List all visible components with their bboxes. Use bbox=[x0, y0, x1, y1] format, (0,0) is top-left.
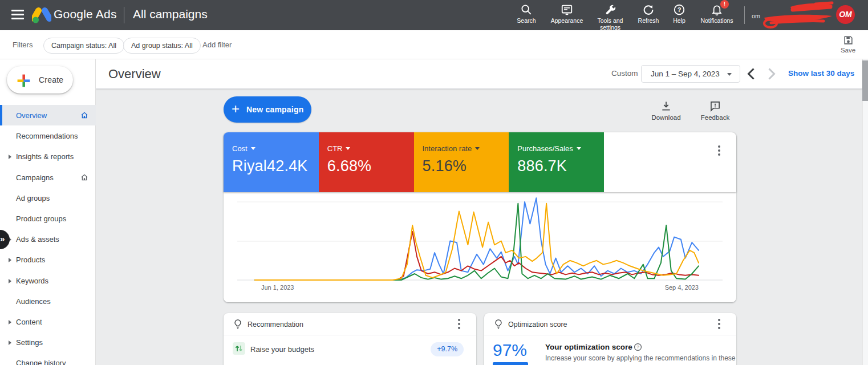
download-button[interactable]: Download bbox=[643, 100, 689, 121]
card-menu-button[interactable] bbox=[718, 319, 720, 331]
scrollbar-thumb[interactable] bbox=[862, 60, 868, 101]
notifications-button[interactable]: Notifications bbox=[693, 3, 741, 25]
optimization-heading: Your optimization score bbox=[545, 343, 632, 351]
recommendation-delta-badge: +9.7% bbox=[431, 342, 464, 356]
show-last-30-days-link[interactable]: Show last 30 days bbox=[788, 69, 854, 78]
search-icon bbox=[520, 3, 533, 16]
refresh-icon bbox=[642, 3, 655, 16]
save-button[interactable]: Save bbox=[834, 35, 862, 54]
card-title: Optimization score bbox=[508, 321, 567, 328]
feedback-icon bbox=[709, 100, 721, 112]
filter-chip-campaign-status[interactable]: Campaign status: All bbox=[43, 38, 124, 54]
help-circle-icon[interactable]: ? bbox=[634, 343, 642, 351]
lightbulb-icon bbox=[233, 318, 243, 330]
section-title: All campaigns bbox=[133, 7, 208, 21]
optimization-card-header: Optimization score bbox=[484, 313, 736, 335]
sidebar-item-insights-reports[interactable]: Insights & reports bbox=[0, 146, 96, 167]
sidebar-item-keywords[interactable]: Keywords bbox=[0, 270, 96, 291]
google-ads-logo-icon bbox=[32, 6, 51, 24]
next-range-icon[interactable] bbox=[766, 67, 777, 81]
expand-triangle-icon bbox=[9, 258, 11, 262]
metric-tile-cost[interactable]: Cost Riyal42.4K bbox=[224, 132, 319, 192]
metric-value: 6.68% bbox=[327, 157, 372, 175]
account-divider bbox=[744, 6, 745, 24]
tools-and-settings-button[interactable]: Tools and settings bbox=[591, 3, 629, 31]
metric-tile-purchases-sales[interactable]: Purchases/Sales 886.7K bbox=[509, 132, 604, 192]
expand-triangle-icon bbox=[9, 340, 11, 345]
optimization-body-text: Increase your score by applying the reco… bbox=[545, 354, 736, 365]
filter-bar: Filters Campaign status: All Ad group st… bbox=[0, 30, 868, 59]
metric-tiles: Cost Riyal42.4K CTR 6.68% Interaction ra… bbox=[224, 132, 736, 192]
sidebar-item-ad-groups[interactable]: Ad groups bbox=[0, 188, 96, 208]
add-filter-button[interactable]: Add filter bbox=[202, 40, 232, 49]
expand-triangle-icon bbox=[9, 279, 11, 283]
chart-end-date-label: Sep 4, 2023 bbox=[665, 284, 699, 291]
notification-badge: ! bbox=[720, 0, 729, 9]
date-range-type: Custom bbox=[611, 69, 638, 78]
metric-value: 886.7K bbox=[517, 157, 567, 175]
search-button[interactable]: Search bbox=[509, 3, 543, 25]
metric-value: 5.16% bbox=[423, 157, 467, 175]
optimization-score-bar bbox=[493, 362, 528, 365]
metric-tile-interaction-rate[interactable]: Interaction rate 5.16% bbox=[414, 132, 509, 192]
metric-value: Riyal42.4K bbox=[232, 157, 308, 175]
optimization-score-card: Optimization score 97% Your optimization… bbox=[484, 313, 736, 365]
wrench-icon bbox=[604, 3, 616, 16]
topbar-divider bbox=[124, 7, 124, 23]
sidebar-item-products[interactable]: Products bbox=[0, 249, 96, 270]
performance-line-chart bbox=[237, 196, 723, 290]
card-menu-button[interactable] bbox=[458, 319, 460, 331]
top-app-bar: Google Ads All campaigns Search Appearan… bbox=[0, 0, 868, 30]
sidebar-item-content[interactable]: Content bbox=[0, 311, 96, 332]
create-button[interactable]: Create bbox=[7, 66, 73, 94]
home-icon bbox=[80, 111, 89, 120]
help-button[interactable]: ? Help bbox=[665, 3, 693, 25]
sidebar-item-overview[interactable]: Overview bbox=[0, 105, 96, 125]
help-icon: ? bbox=[673, 3, 686, 16]
sidebar-item-change-history[interactable]: Change history bbox=[0, 352, 96, 365]
google-plus-icon bbox=[16, 73, 31, 88]
expand-triangle-icon bbox=[9, 155, 11, 159]
new-campaign-button[interactable]: + New campaign bbox=[224, 96, 311, 123]
appearance-button[interactable]: Appearance bbox=[545, 3, 589, 25]
filter-chip-ad-group-status[interactable]: Ad group status: All bbox=[123, 38, 201, 54]
chart-start-date-label: Jun 1, 2023 bbox=[261, 284, 294, 291]
sidebar-item-recommendations[interactable]: Recommendations bbox=[0, 125, 96, 146]
refresh-button[interactable]: Refresh bbox=[631, 3, 666, 25]
recommendation-card: Recommendation Raise your budgets +9.7% bbox=[224, 313, 476, 365]
appearance-icon bbox=[561, 3, 573, 16]
account-line1 bbox=[752, 4, 833, 12]
filters-label: Filters bbox=[13, 40, 33, 49]
raise-budgets-icon bbox=[233, 342, 245, 355]
sidebar-item-product-groups[interactable]: Product groups bbox=[0, 208, 96, 229]
scrollbar-track[interactable] bbox=[862, 59, 868, 365]
metric-dropdown-caret bbox=[346, 147, 350, 150]
account-line2: om bbox=[752, 12, 833, 20]
menu-icon[interactable] bbox=[11, 10, 24, 20]
card-menu-button[interactable] bbox=[718, 145, 720, 157]
sidebar-item-ads-assets[interactable]: Ads & assets bbox=[0, 229, 96, 249]
optimization-score-value: 97% bbox=[493, 340, 527, 360]
sidebar-nav: Create OverviewRecommendationsInsights &… bbox=[0, 59, 96, 365]
card-title: Recommendation bbox=[248, 321, 303, 328]
metric-tile-ctr[interactable]: CTR 6.68% bbox=[319, 132, 414, 192]
download-icon bbox=[660, 100, 672, 112]
previous-range-icon[interactable] bbox=[746, 67, 756, 81]
date-range-selector[interactable]: Jun 1 – Sep 4, 2023 bbox=[641, 65, 740, 83]
product-name: Google Ads bbox=[54, 7, 117, 21]
sidebar-item-campaigns[interactable]: Campaigns bbox=[0, 167, 96, 188]
save-icon bbox=[843, 35, 854, 46]
svg-text:?: ? bbox=[636, 344, 639, 350]
avatar[interactable]: OM bbox=[836, 5, 855, 24]
main-content: + New campaign Download Feedback Cost Ri… bbox=[96, 89, 862, 365]
expand-triangle-icon bbox=[9, 320, 11, 325]
metric-dropdown-caret bbox=[251, 147, 255, 150]
sidebar-item-audiences[interactable]: Audiences bbox=[0, 291, 96, 311]
recommendation-item[interactable]: Raise your budgets bbox=[250, 345, 314, 354]
sidebar-item-settings[interactable]: Settings bbox=[0, 332, 96, 352]
feedback-button[interactable]: Feedback bbox=[692, 100, 738, 121]
svg-text:?: ? bbox=[678, 6, 682, 13]
recommendation-card-header: Recommendation bbox=[224, 313, 476, 335]
plus-icon: + bbox=[232, 102, 240, 116]
account-info[interactable]: om bbox=[752, 4, 833, 20]
